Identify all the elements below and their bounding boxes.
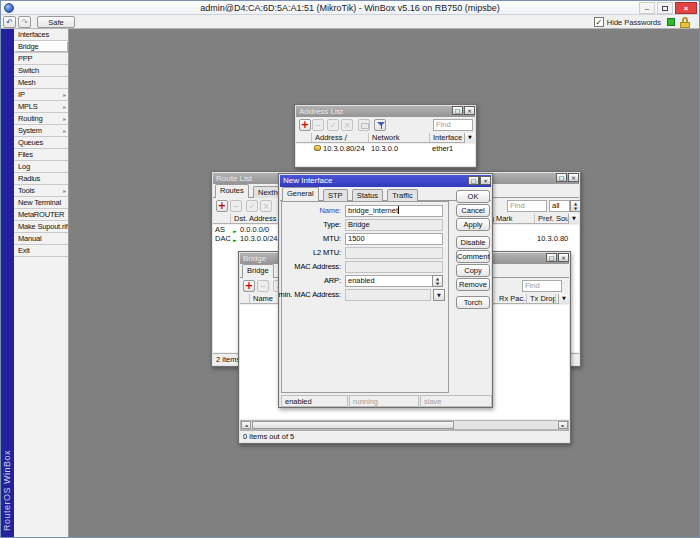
minimize-button[interactable]: □ (556, 173, 567, 182)
disable-address-button[interactable]: × (341, 119, 353, 131)
ok-button[interactable]: OK (456, 190, 490, 203)
connection-status-icon (667, 18, 675, 26)
tx-drops-column-header[interactable]: Tx Drops (527, 294, 556, 303)
close-button[interactable]: × (558, 253, 569, 262)
sidebar-item-mesh[interactable]: Mesh (14, 77, 68, 89)
column-select-button[interactable]: ▼ (464, 133, 475, 143)
sidebar-item-exit[interactable]: Exit (14, 245, 68, 257)
flags-column-header[interactable] (296, 133, 312, 142)
remove-address-button[interactable]: − (312, 119, 324, 131)
enable-address-button[interactable]: ✓ (327, 119, 339, 131)
interface-column-header[interactable]: Interface (430, 133, 466, 142)
filter-button[interactable] (374, 119, 386, 131)
mtu-input[interactable]: 1500 (345, 233, 443, 245)
name-input[interactable]: bridge_internet (345, 205, 443, 217)
sidebar-item-routing[interactable]: Routing▸ (14, 113, 68, 125)
sidebar-item-make-supout[interactable]: Make Supout.rif (14, 221, 68, 233)
column-select-button[interactable]: ▼ (558, 294, 569, 304)
filter-funnel-icon (377, 122, 385, 130)
sidebar-item-new-terminal[interactable]: New Terminal (14, 197, 68, 209)
address-row[interactable]: 10.3.0.80/24 10.3.0.0 ether1 (296, 144, 475, 153)
address-column-header[interactable]: Address / (312, 133, 369, 142)
torch-button[interactable]: Torch (456, 296, 490, 309)
close-button[interactable]: × (568, 173, 579, 182)
cancel-button[interactable]: Cancel (456, 204, 490, 217)
arp-select[interactable]: enabled (345, 275, 443, 287)
hide-passwords-checkbox[interactable]: ✓ (594, 17, 604, 27)
close-button[interactable]: × (480, 176, 491, 185)
route-filter-select[interactable]: all (549, 200, 570, 212)
remove-button[interactable]: Remove (456, 278, 490, 291)
app-maximize-button[interactable] (657, 2, 673, 14)
dst-address-cell: 10.3.0.0/24 (240, 234, 278, 243)
sidebar-item-switch[interactable]: Switch (14, 65, 68, 77)
network-column-header[interactable]: Network (369, 133, 430, 142)
sidebar-item-files[interactable]: Files (14, 149, 68, 161)
disable-route-button[interactable]: × (260, 200, 272, 212)
new-interface-titlebar[interactable]: New Interface (280, 175, 491, 187)
tab-status[interactable]: Status (352, 189, 383, 201)
sidebar-item-manual[interactable]: Manual (14, 233, 68, 245)
minimize-button[interactable]: □ (546, 253, 557, 262)
minimize-button[interactable]: □ (452, 106, 463, 115)
enable-route-button[interactable]: ✓ (246, 200, 258, 212)
route-flags-cell: DAC (215, 234, 231, 243)
l2mtu-input (345, 247, 443, 259)
submenu-arrow-icon: ▸ (63, 101, 66, 112)
add-address-button[interactable]: + (299, 119, 311, 131)
app-close-button[interactable]: × (675, 2, 697, 14)
sidebar-item-tools[interactable]: Tools▸ (14, 185, 68, 197)
arp-spinner-button[interactable]: ▲▼ (432, 275, 443, 287)
type-input: Bridge (345, 219, 443, 231)
admin-mac-dropdown-button[interactable]: ▼ (433, 289, 445, 301)
tab-bridge[interactable]: Bridge (242, 264, 274, 278)
horizontal-scrollbar[interactable]: ◄ ► (240, 420, 569, 430)
sidebar-item-interfaces[interactable]: Interfaces (14, 29, 68, 41)
remove-bridge-button[interactable]: − (257, 280, 269, 292)
sidebar-item-system[interactable]: System▸ (14, 125, 68, 137)
comment-address-button[interactable] (358, 119, 370, 131)
sidebar-item-log[interactable]: Log (14, 161, 68, 173)
flags-column-header[interactable] (213, 214, 231, 223)
minimize-button[interactable]: □ (468, 176, 479, 185)
scrollbar-thumb[interactable] (252, 421, 454, 429)
flags-column-header[interactable] (240, 294, 250, 303)
sidebar-item-ppp[interactable]: PPP (14, 53, 68, 65)
filter-spinner-button[interactable]: ▲▼ (570, 200, 581, 212)
sidebar-item-mpls[interactable]: MPLS▸ (14, 101, 68, 113)
comment-button[interactable]: Comment (456, 250, 490, 263)
arp-field-label: ARP: (324, 275, 341, 287)
column-select-button[interactable]: ▼ (568, 214, 579, 224)
apply-button[interactable]: Apply (456, 218, 490, 231)
spin-down-icon: ▼ (433, 281, 442, 286)
close-button[interactable]: × (464, 106, 475, 115)
tab-stp[interactable]: STP (323, 189, 348, 201)
app-titlebar[interactable]: admin@D4:CA:6D:5A:A1:51 (MikroTik) - Win… (1, 1, 699, 15)
safe-mode-button[interactable]: Safe Mode (37, 16, 75, 28)
sidebar-item-metarouter[interactable]: MetaROUTER (14, 209, 68, 221)
sidebar-item-ip[interactable]: IP▸ (14, 89, 68, 101)
route-find-input[interactable]: Find (507, 200, 547, 212)
address-list-titlebar[interactable]: Address List (296, 106, 475, 117)
add-route-button[interactable]: + (216, 200, 228, 212)
disable-button[interactable]: Disable (456, 236, 490, 249)
tab-traffic[interactable]: Traffic (387, 189, 417, 201)
tab-general[interactable]: General (282, 187, 319, 201)
add-bridge-button[interactable]: + (243, 280, 255, 292)
pref-source-column-header[interactable]: Pref. Source (535, 214, 571, 223)
bridge-find-input[interactable]: Find (522, 280, 562, 292)
scroll-right-button[interactable]: ► (558, 421, 568, 429)
remove-route-button[interactable]: − (230, 200, 242, 212)
sidebar-item-queues[interactable]: Queues (14, 137, 68, 149)
admin-mac-field-label: Admin. MAC Address: (278, 289, 341, 301)
redo-button[interactable]: ↷ (18, 16, 31, 28)
sidebar-item-bridge[interactable]: Bridge (14, 41, 68, 53)
app-minimize-button[interactable]: – (639, 2, 655, 14)
undo-button[interactable]: ↶ (3, 16, 16, 28)
scroll-left-button[interactable]: ◄ (241, 421, 251, 429)
sidebar-item-radius[interactable]: Radius (14, 173, 68, 185)
copy-button[interactable]: Copy (456, 264, 490, 277)
address-find-input[interactable]: Find (433, 119, 473, 131)
tab-routes[interactable]: Routes (215, 184, 249, 198)
rx-packets-column-header[interactable]: Rx Pac... (496, 294, 527, 303)
